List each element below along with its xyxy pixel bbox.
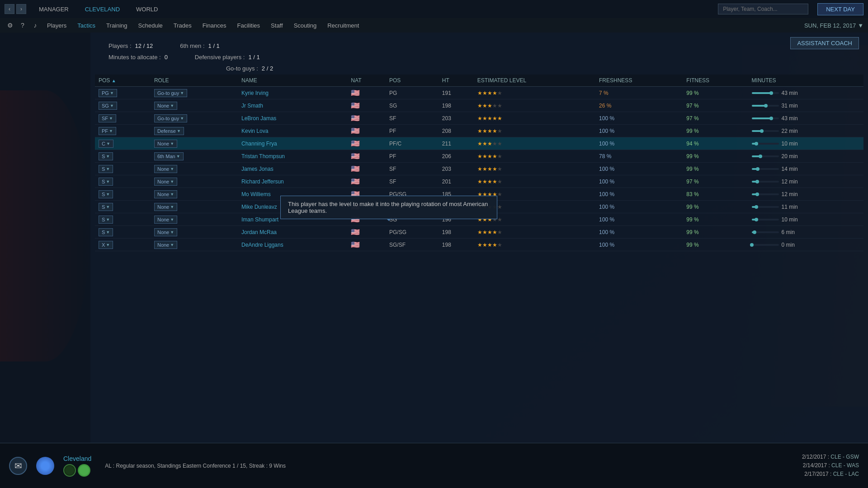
role-cell[interactable]: None ▼ (151, 137, 238, 150)
nav-back-button[interactable]: ‹ (5, 4, 14, 14)
ball-icon (36, 457, 54, 475)
pos-cell[interactable]: PG ▼ (95, 87, 151, 99)
pos-cell[interactable]: S ▼ (95, 150, 151, 163)
pos-cell[interactable]: C ▼ (95, 137, 151, 150)
role-cell[interactable]: None ▼ (151, 213, 238, 226)
level-cell: ★★★★★ (474, 150, 595, 163)
ht-cell: 208 (439, 125, 474, 137)
nav-arrows: ‹ › (5, 4, 26, 14)
name-cell[interactable]: DeAndre Liggans (238, 239, 347, 251)
name-cell[interactable]: Kevin Lova (238, 125, 347, 137)
nat-cell: 🇺🇸 (347, 175, 386, 188)
minutes-cell[interactable]: 20 min (748, 150, 863, 163)
role-cell[interactable]: None ▼ (151, 163, 238, 175)
nat-cell: 🇺🇸 (347, 239, 386, 251)
nav-finances[interactable]: Finances (198, 20, 231, 31)
role-cell[interactable]: None ▼ (151, 226, 238, 239)
mail-icon[interactable]: ✉ (9, 457, 27, 475)
freshness-cell: 100 % (595, 137, 683, 150)
next-day-button[interactable]: NEXT DAY (817, 3, 863, 15)
role-cell[interactable]: None ▼ (151, 239, 238, 251)
minutes-cell[interactable]: 11 min (748, 201, 863, 213)
pos2-cell: SG/SF (386, 239, 439, 251)
role-cell[interactable]: 6th Man ▼ (151, 150, 238, 163)
nav-training[interactable]: Training (102, 20, 132, 31)
level-cell: ★★★★★ (474, 226, 595, 239)
nav-forward-button[interactable]: › (16, 4, 26, 14)
minutes-cell[interactable]: 12 min (748, 188, 863, 201)
col-pos[interactable]: POS ▲ (95, 75, 151, 87)
minutes-cell[interactable]: 10 min (748, 137, 863, 150)
help-icon[interactable]: ? (17, 20, 28, 31)
nav-recruitment[interactable]: Recruitment (323, 20, 363, 31)
nat-cell: 🇺🇸 (347, 226, 386, 239)
search-input[interactable] (718, 4, 808, 14)
pos-cell[interactable]: S ▼ (95, 188, 151, 201)
freshness-cell: 100 % (595, 201, 683, 213)
role-cell[interactable]: Go-to guy ▼ (151, 112, 238, 125)
pos-cell[interactable]: S ▼ (95, 213, 151, 226)
nav-players[interactable]: Players (42, 20, 71, 31)
minutes-cell[interactable]: 14 min (748, 163, 863, 175)
role-cell[interactable]: None ▼ (151, 201, 238, 213)
pos-cell[interactable]: SG ▼ (95, 99, 151, 112)
pos2-cell: PG/SG (386, 226, 439, 239)
assistant-coach-button[interactable]: ASSISTANT COACH (790, 37, 859, 49)
nat-cell: 🇺🇸 (347, 125, 386, 137)
pos-cell[interactable]: S ▼ (95, 201, 151, 213)
name-cell[interactable]: Jordan McRaa (238, 226, 347, 239)
nav-trades[interactable]: Trades (169, 20, 196, 31)
freshness-cell: 78 % (595, 150, 683, 163)
name-cell[interactable]: Tristan Thompsun (238, 150, 347, 163)
stat-minutes: Minutes to allocate : 0 (108, 54, 168, 61)
role-cell[interactable]: Go-to guy ▼ (151, 87, 238, 99)
top-nav-world[interactable]: WORLD (132, 4, 161, 14)
ht-cell: 211 (439, 137, 474, 150)
role-cell[interactable]: None ▼ (151, 99, 238, 112)
minutes-cell[interactable]: 12 min (748, 175, 863, 188)
nav-schedule[interactable]: Schedule (134, 20, 167, 31)
minutes-cell[interactable]: 10 min (748, 213, 863, 226)
nav-staff[interactable]: Staff (266, 20, 288, 31)
settings-icon[interactable]: ⚙ (5, 20, 15, 31)
player-tooltip: This player has the level to make it int… (280, 196, 497, 219)
top-nav-manager[interactable]: MANAGER (35, 4, 72, 14)
role-cell[interactable]: None ▼ (151, 188, 238, 201)
name-cell[interactable]: James Jonas (238, 163, 347, 175)
pos-cell[interactable]: X ▼ (95, 239, 151, 251)
col-freshness: FRESHNESS (595, 75, 683, 87)
fitness-cell: 99 % (683, 87, 748, 99)
pos-cell[interactable]: SF ▼ (95, 112, 151, 125)
fitness-cell: 99 % (683, 201, 748, 213)
nav-facilities[interactable]: Facilities (233, 20, 265, 31)
pos2-cell: SF (386, 175, 439, 188)
minutes-cell[interactable]: 31 min (748, 99, 863, 112)
minutes-cell[interactable]: 6 min (748, 226, 863, 239)
col-ht: HT (439, 75, 474, 87)
role-cell[interactable]: Defense ▼ (151, 125, 238, 137)
date-display: SUN, FEB 12, 2017 ▼ (804, 22, 863, 29)
name-cell[interactable]: Kyrie Irving (238, 87, 347, 99)
level-cell: ★★★★★ (474, 125, 595, 137)
name-cell[interactable]: Jr Smath (238, 99, 347, 112)
minutes-cell[interactable]: 43 min (748, 87, 863, 99)
minutes-cell[interactable]: 43 min (748, 112, 863, 125)
nav-tactics[interactable]: Tactics (73, 20, 100, 31)
minutes-cell[interactable]: 0 min (748, 239, 863, 251)
nav-scouting[interactable]: Scouting (289, 20, 321, 31)
pos2-cell: SF (386, 112, 439, 125)
pos2-cell: PG (386, 87, 439, 99)
top-nav-cleveland[interactable]: CLEVELAND (81, 4, 123, 14)
name-cell[interactable]: Channing Frya (238, 137, 347, 150)
pos-cell[interactable]: S ▼ (95, 175, 151, 188)
pos-cell[interactable]: S ▼ (95, 163, 151, 175)
minutes-cell[interactable]: 22 min (748, 125, 863, 137)
role-cell[interactable]: None ▼ (151, 175, 238, 188)
music-icon[interactable]: ♪ (30, 20, 41, 31)
name-cell[interactable]: Richard Jeffersun (238, 175, 347, 188)
game-1: 2/12/2017 : CLE - GSW (802, 453, 859, 461)
top-bar: ‹ › MANAGER CLEVELAND WORLD NEXT DAY (0, 0, 868, 18)
name-cell[interactable]: LeBron Jamas (238, 112, 347, 125)
pos-cell[interactable]: PF ▼ (95, 125, 151, 137)
pos-cell[interactable]: S ▼ (95, 226, 151, 239)
